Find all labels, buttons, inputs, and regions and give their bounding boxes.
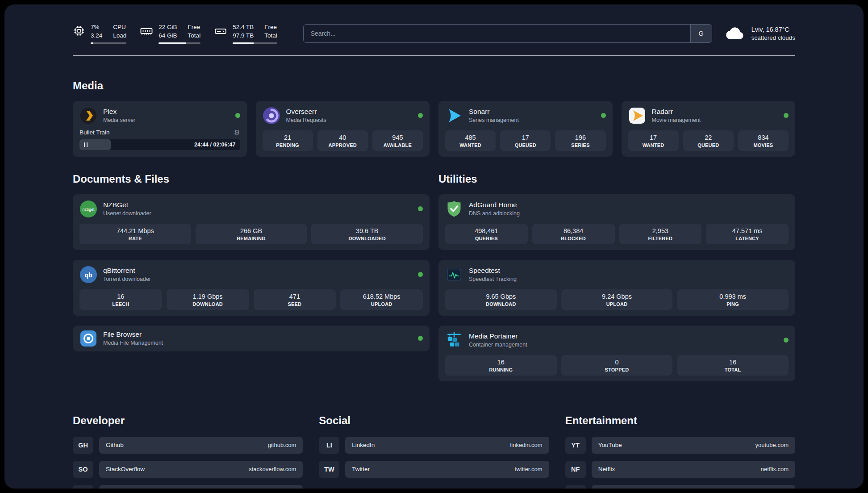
app-description: DNS and adblocking bbox=[469, 210, 520, 217]
link-reddit[interactable]: RE Reddit reddit.com bbox=[565, 485, 795, 489]
now-playing-title: Bullet Train bbox=[79, 129, 110, 136]
app-name: qBittorrent bbox=[103, 267, 151, 275]
storage-drive-icon bbox=[214, 25, 227, 38]
dashboard-panel: 7% 3.24 CPU Load bbox=[4, 4, 864, 489]
storage-stats: 52.4 TB 97.9 TB Free Total bbox=[233, 23, 277, 44]
plex-now-playing: Bullet Train ⚙ 24:44 / 02:06:47 bbox=[79, 129, 240, 150]
stats-row: 21 PENDING 40 APPROVED 945 AVAILABLE bbox=[263, 130, 423, 151]
search-input[interactable] bbox=[304, 25, 690, 42]
app-card-speedtest[interactable]: Speedtest Speedtest Tracking 9.65 Gbps D… bbox=[438, 260, 795, 316]
stat-label: QUERIES bbox=[447, 236, 526, 241]
link-bar: Netflix netflix.com bbox=[592, 461, 795, 478]
storage-total-label: Total bbox=[264, 32, 277, 40]
link-url: twitter.com bbox=[515, 466, 542, 472]
cpu-load-value: 3.24 bbox=[91, 32, 102, 40]
card-header: nzbget NZBGet Usenet downloader bbox=[79, 200, 423, 218]
stat-queued: 22 QUEUED bbox=[683, 130, 734, 151]
card-header: Radarr Movie management bbox=[628, 107, 789, 125]
link-youtube[interactable]: YT YouTube youtube.com bbox=[565, 437, 795, 454]
link-linkedin[interactable]: LI LinkedIn linkedin.com bbox=[319, 437, 549, 454]
card-header: Media Portainer Container management bbox=[445, 331, 789, 349]
stat-label: QUEUED bbox=[685, 142, 732, 148]
stat-available: 945 AVAILABLE bbox=[372, 130, 423, 151]
link-name: Netflix bbox=[598, 466, 615, 472]
status-dot bbox=[784, 338, 789, 343]
stat-value: 0 bbox=[563, 359, 671, 366]
stat-label: APPROVED bbox=[319, 142, 366, 148]
card-header: File Browser Media File Management bbox=[79, 330, 423, 347]
sonarr-icon bbox=[445, 107, 463, 125]
storage-usage-bar bbox=[233, 42, 277, 44]
stats-row: 17 WANTED 22 QUEUED 834 MOVIES bbox=[628, 130, 789, 151]
link-github[interactable]: GH Github github.com bbox=[73, 437, 303, 454]
app-card-adguard[interactable]: AdGuard Home DNS and adblocking 498,461 … bbox=[438, 194, 795, 250]
app-titles: Sonarr Series management bbox=[469, 108, 519, 123]
app-card-overseerr[interactable]: Overseerr Media Requests 21 PENDING 40 A… bbox=[256, 101, 430, 157]
twitter-abbr-icon: TW bbox=[319, 461, 339, 478]
links-grid: Developer GH Github github.com SO StackO… bbox=[73, 414, 795, 489]
app-name: Media Portainer bbox=[469, 332, 527, 340]
app-titles: AdGuard Home DNS and adblocking bbox=[469, 201, 520, 217]
status-dot bbox=[418, 272, 423, 277]
stat-label: DOWNLOAD bbox=[168, 301, 247, 307]
link-name: Twitter bbox=[352, 466, 370, 472]
link-dev[interactable]: DT DEV dev.to bbox=[73, 485, 303, 489]
app-description: Torrent downloader bbox=[103, 276, 151, 282]
app-card-qbittorrent[interactable]: qb qBittorrent Torrent downloader bbox=[73, 260, 430, 316]
app-name: NZBGet bbox=[103, 201, 151, 209]
media-grid: Plex Media server Bullet Train ⚙ 24:44 /… bbox=[73, 101, 795, 157]
utilities-column: Utilities AdGuard Home bbox=[438, 173, 795, 381]
stat-pending: 21 PENDING bbox=[263, 130, 313, 151]
search-bar: G bbox=[303, 24, 712, 43]
card-header: Plex Media server bbox=[79, 107, 240, 125]
stat-label: FILTERED bbox=[621, 236, 700, 241]
search-engine-button[interactable]: G bbox=[690, 25, 712, 42]
app-titles: qBittorrent Torrent downloader bbox=[103, 267, 151, 282]
memory-total-label: Total bbox=[188, 32, 201, 40]
storage-free-value: 52.4 TB bbox=[233, 23, 254, 32]
app-card-sonarr[interactable]: Sonarr Series management 485 WANTED 17 Q… bbox=[438, 101, 613, 157]
gear-icon[interactable]: ⚙ bbox=[234, 129, 240, 136]
app-card-plex[interactable]: Plex Media server Bullet Train ⚙ 24:44 /… bbox=[73, 101, 247, 157]
social-links: Social LI LinkedIn linkedin.com TW Twitt… bbox=[319, 414, 549, 489]
link-url: netflix.com bbox=[761, 466, 789, 472]
stat-value: 471 bbox=[255, 293, 334, 300]
storage-total-value: 97.9 TB bbox=[233, 32, 254, 40]
link-url: github.com bbox=[268, 442, 296, 448]
app-card-nzbget[interactable]: nzbget NZBGet Usenet downloader 74 bbox=[73, 194, 430, 250]
stat-value: 834 bbox=[740, 134, 787, 141]
link-netflix[interactable]: NF Netflix netflix.com bbox=[565, 461, 795, 478]
app-card-filebrowser[interactable]: File Browser Media File Management bbox=[73, 326, 430, 351]
link-stackoverflow[interactable]: SO StackOverflow stackoverflow.com bbox=[73, 461, 303, 478]
status-dot bbox=[418, 336, 423, 341]
stat-value: 945 bbox=[374, 134, 421, 141]
linkedin-abbr-icon: LI bbox=[319, 437, 339, 454]
stat-latency: 47.571 ms LATENCY bbox=[706, 224, 789, 244]
stat-download: 9.65 Gbps DOWNLOAD bbox=[445, 289, 557, 310]
app-description: Series management bbox=[469, 117, 519, 123]
app-card-portainer[interactable]: Media Portainer Container management 16 … bbox=[438, 326, 795, 381]
stat-value: 16 bbox=[447, 359, 555, 366]
card-header: Overseerr Media Requests bbox=[263, 107, 423, 125]
link-bar: LinkedIn linkedin.com bbox=[345, 437, 549, 454]
stat-label: PENDING bbox=[264, 142, 311, 148]
link-name: LinkedIn bbox=[352, 442, 375, 448]
cloud-icon bbox=[725, 25, 745, 42]
app-name: Sonarr bbox=[469, 108, 519, 116]
stat-value: 47.571 ms bbox=[708, 227, 787, 234]
stat-value: 196 bbox=[557, 134, 604, 141]
app-card-radarr[interactable]: Radarr Movie management 17 WANTED 22 QUE… bbox=[622, 101, 796, 157]
link-bar: StackOverflow stackoverflow.com bbox=[99, 461, 303, 478]
section-title-documents: Documents & Files bbox=[73, 173, 430, 185]
section-title-entertainment: Entertainment bbox=[565, 414, 795, 427]
link-bar: YouTube youtube.com bbox=[592, 437, 795, 454]
app-description: Media Requests bbox=[286, 117, 326, 123]
stat-label: QUEUED bbox=[502, 142, 549, 148]
link-twitter[interactable]: TW Twitter twitter.com bbox=[319, 461, 549, 478]
stat-download: 1.19 Gbps DOWNLOAD bbox=[167, 289, 249, 310]
section-title-utilities: Utilities bbox=[438, 173, 795, 185]
app-description: Speedtest Tracking bbox=[469, 276, 517, 282]
stat-label: LEECH bbox=[81, 301, 160, 307]
link-bar: Reddit reddit.com bbox=[592, 485, 795, 489]
stat-blocked: 86,384 BLOCKED bbox=[532, 224, 615, 244]
